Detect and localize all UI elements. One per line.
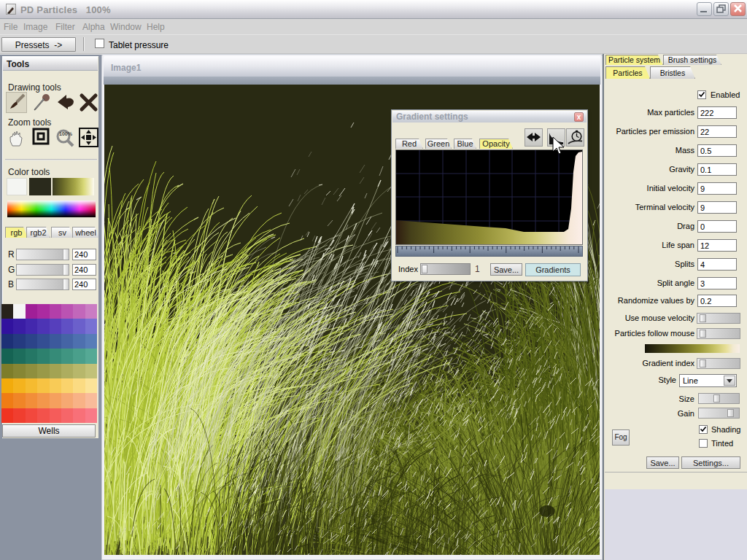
svg-text:100%: 100% bbox=[59, 131, 73, 136]
